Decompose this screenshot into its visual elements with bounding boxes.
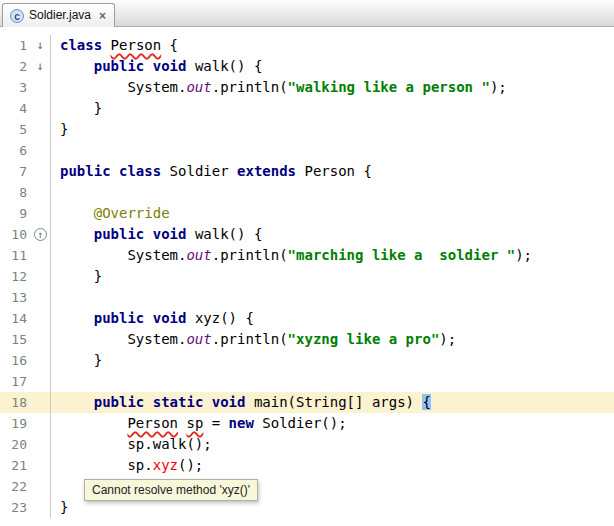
line-number[interactable]: 23 xyxy=(0,497,30,518)
code-editor[interactable]: 1↓class Person {2↓ public void walk() {3… xyxy=(0,27,614,525)
code-line[interactable]: 1↓class Person { xyxy=(0,35,614,56)
code-token xyxy=(111,163,119,179)
code-text: @Override xyxy=(60,203,170,224)
close-icon[interactable]: × xyxy=(99,10,106,22)
code-token: } xyxy=(60,352,102,368)
overridden-marker-icon[interactable]: ↓ xyxy=(30,35,50,56)
line-number[interactable]: 3 xyxy=(0,77,30,98)
line-number[interactable]: 13 xyxy=(0,287,30,308)
code-text: } xyxy=(60,497,68,518)
code-token: System. xyxy=(60,331,186,347)
line-number[interactable]: 19 xyxy=(0,413,30,434)
code-text: } xyxy=(60,266,102,287)
code-token: void xyxy=(153,226,187,242)
code-line[interactable]: 20 sp.walk(); xyxy=(0,434,614,455)
code-token: public xyxy=(94,58,145,74)
gutter-space xyxy=(30,371,50,392)
line-number[interactable]: 8 xyxy=(0,182,30,203)
code-line[interactable]: 13 xyxy=(0,287,614,308)
code-line[interactable]: 4 } xyxy=(0,98,614,119)
code-text: class Person { xyxy=(60,35,178,56)
code-token: { xyxy=(161,37,178,53)
code-token: System. xyxy=(60,247,186,263)
gutter-divider xyxy=(50,371,51,392)
line-number[interactable]: 10 xyxy=(0,224,30,245)
code-token: sp. xyxy=(60,457,153,473)
code-line[interactable]: 11 System.out.println("marching like a s… xyxy=(0,245,614,266)
overriding-marker-icon[interactable]: ↑ xyxy=(30,224,50,245)
line-number[interactable]: 4 xyxy=(0,98,30,119)
overridden-marker-icon[interactable]: ↓ xyxy=(30,56,50,77)
code-token: extends xyxy=(237,163,296,179)
code-line[interactable]: 16 } xyxy=(0,350,614,371)
gutter-space xyxy=(30,182,50,203)
code-text: public void walk() { xyxy=(60,224,262,245)
code-line[interactable]: 12 } xyxy=(0,266,614,287)
line-number[interactable]: 22 xyxy=(0,476,30,497)
code-token: ); xyxy=(490,79,507,95)
code-token: public xyxy=(94,226,145,242)
gutter-space xyxy=(30,119,50,140)
line-number[interactable]: 16 xyxy=(0,350,30,371)
line-number[interactable]: 14 xyxy=(0,308,30,329)
code-line[interactable]: 15 System.out.println("xyzng like a pro"… xyxy=(0,329,614,350)
code-text: System.out.println("xyzng like a pro"); xyxy=(60,329,456,350)
code-token xyxy=(60,226,94,242)
code-line[interactable]: 8 xyxy=(0,182,614,203)
code-token: void xyxy=(153,310,187,326)
code-token: Person xyxy=(127,415,178,431)
code-text: Person sp = new Soldier(); xyxy=(60,413,347,434)
code-lines: 1↓class Person {2↓ public void walk() {3… xyxy=(0,27,614,518)
code-line[interactable]: 14 public void xyz() { xyxy=(0,308,614,329)
line-number[interactable]: 5 xyxy=(0,119,30,140)
line-number[interactable]: 1 xyxy=(0,35,30,56)
code-token: } xyxy=(60,268,102,284)
code-token: walk() { xyxy=(186,58,262,74)
gutter-divider xyxy=(50,245,51,266)
code-token: class xyxy=(60,37,102,53)
gutter-space xyxy=(30,350,50,371)
tab-soldier-java[interactable]: c Soldier.java × xyxy=(2,3,115,27)
code-line[interactable]: 21 sp.xyz(); xyxy=(0,455,614,476)
gutter-divider xyxy=(50,476,51,497)
code-line[interactable]: 17 xyxy=(0,371,614,392)
code-text: } xyxy=(60,350,102,371)
code-token: main(String[] args) xyxy=(245,394,422,410)
code-line[interactable]: 10↑ public void walk() { xyxy=(0,224,614,245)
line-number[interactable]: 6 xyxy=(0,140,30,161)
code-line[interactable]: 3 System.out.println("walking like a per… xyxy=(0,77,614,98)
gutter-divider xyxy=(50,35,51,56)
line-number[interactable]: 17 xyxy=(0,371,30,392)
line-number[interactable]: 11 xyxy=(0,245,30,266)
code-line[interactable]: 2↓ public void walk() { xyxy=(0,56,614,77)
line-number[interactable]: 18 xyxy=(0,392,30,413)
gutter-divider xyxy=(50,497,51,518)
gutter-divider xyxy=(50,266,51,287)
tab-title: Soldier.java xyxy=(29,8,91,23)
code-line[interactable]: 9 @Override xyxy=(0,203,614,224)
line-number[interactable]: 20 xyxy=(0,434,30,455)
gutter-divider xyxy=(50,392,51,413)
line-number[interactable]: 21 xyxy=(0,455,30,476)
gutter-space xyxy=(30,98,50,119)
ide-window: c Soldier.java × 1↓class Person {2↓ publ… xyxy=(0,0,614,526)
line-number[interactable]: 12 xyxy=(0,266,30,287)
code-line[interactable]: 7public class Soldier extends Person { xyxy=(0,161,614,182)
code-text: sp.xyz(); xyxy=(60,455,203,476)
gutter-divider xyxy=(50,182,51,203)
code-token xyxy=(144,58,152,74)
code-line[interactable]: 6 xyxy=(0,140,614,161)
line-number[interactable]: 15 xyxy=(0,329,30,350)
code-token: } xyxy=(60,499,68,515)
gutter-divider xyxy=(50,224,51,245)
code-line[interactable]: 19 Person sp = new Soldier(); xyxy=(0,413,614,434)
line-number[interactable]: 9 xyxy=(0,203,30,224)
line-number[interactable]: 7 xyxy=(0,161,30,182)
line-number[interactable]: 2 xyxy=(0,56,30,77)
overriding-marker-icon: ↑ xyxy=(34,228,47,241)
code-token xyxy=(144,226,152,242)
gutter-divider xyxy=(50,140,51,161)
gutter-divider xyxy=(50,329,51,350)
code-line[interactable]: 18 public static void main(String[] args… xyxy=(0,392,614,413)
code-line[interactable]: 5} xyxy=(0,119,614,140)
